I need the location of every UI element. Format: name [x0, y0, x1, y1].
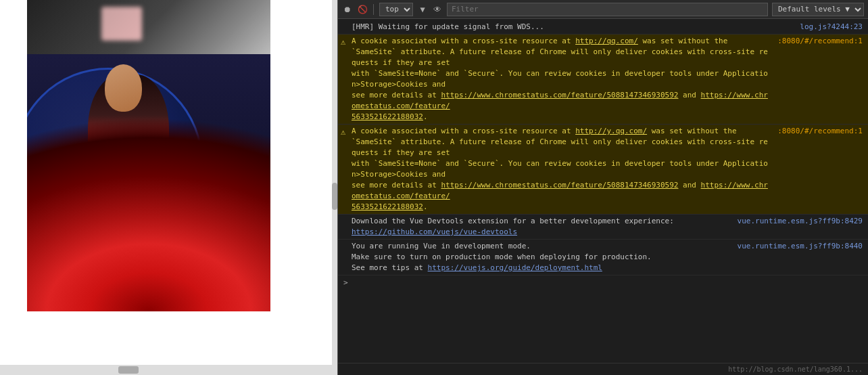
console-entry-vue-devtools: Download the Vue Devtools extension for … — [338, 215, 868, 240]
vue-devtools-text: Download the Vue Devtools extension for … — [352, 216, 732, 238]
hmr-text: [HMR] Waiting for update signal from WDS… — [352, 22, 794, 32]
warning-1-text: A cookie associated with a cross-site re… — [352, 36, 772, 123]
levels-select[interactable]: Default levels ▼ — [772, 3, 864, 16]
top-image-blur — [101, 7, 142, 41]
console-prompt[interactable]: > — [338, 275, 868, 290]
warning-2-link-2[interactable]: https://www.chromestatus.com/feature/508… — [441, 181, 678, 190]
devtools-console-panel: ⏺ 🚫 top ▼ 👁 Default levels ▼ [HMR] Waiti… — [338, 0, 868, 375]
console-entry-hmr: [HMR] Waiting for update signal from WDS… — [338, 20, 868, 35]
bottom-bar: http://blog.csdn.net/lang360.1... — [338, 363, 868, 375]
warning-icon-1: ⚠ — [341, 37, 345, 47]
vue-guide-link[interactable]: https://vuejs.org/guide/deployment.html — [428, 263, 602, 272]
vue-dev-mode-source[interactable]: vue.runtime.esm.js?ff9b:8440 — [738, 241, 863, 252]
warning-2-link-1[interactable]: http://y.qq.com/ — [575, 127, 647, 135]
filter-input[interactable] — [447, 3, 768, 16]
console-output: [HMR] Waiting for update signal from WDS… — [338, 19, 868, 363]
painting — [27, 54, 270, 311]
horizontal-scrollbar-thumb[interactable] — [118, 366, 139, 374]
record-icon[interactable]: ⏺ — [342, 4, 353, 15]
page-content — [0, 0, 337, 365]
vertical-scrollbar[interactable] — [332, 0, 337, 365]
context-select[interactable]: top — [379, 3, 413, 16]
warning-2-text: A cookie associated with a cross-site re… — [352, 126, 772, 213]
warning-icon-2: ⚠ — [341, 127, 345, 137]
warning-1-link-2[interactable]: https://www.chromestatus.com/feature/508… — [441, 91, 678, 100]
prompt-caret: > — [343, 278, 348, 287]
figure-head — [105, 64, 142, 112]
context-dropdown-icon[interactable]: ▼ — [417, 4, 428, 15]
main-image — [27, 54, 270, 311]
vue-dev-mode-text: You are running Vue in development mode.… — [352, 241, 732, 273]
toolbar-separator-1 — [373, 4, 374, 15]
console-entry-warning-1: ⚠ A cookie associated with a cross-site … — [338, 35, 868, 125]
red-dress — [27, 118, 270, 311]
bottom-url: http://blog.csdn.net/lang360.1... — [728, 366, 863, 373]
warning-1-source[interactable]: :8080/#/recommend:1 — [777, 36, 863, 47]
vue-devtools-source[interactable]: vue.runtime.esm.js?ff9b:8429 — [738, 216, 863, 227]
top-image — [27, 0, 270, 54]
clear-console-icon[interactable]: 🚫 — [357, 4, 368, 15]
browser-viewport — [0, 0, 338, 375]
horizontal-scrollbar[interactable] — [0, 365, 337, 375]
scrollbar-thumb[interactable] — [332, 183, 337, 210]
console-entry-warning-2: ⚠ A cookie associated with a cross-site … — [338, 125, 868, 215]
warning-2-source[interactable]: :8080/#/recommend:1 — [777, 126, 863, 137]
hmr-source[interactable]: log.js?4244:23 — [800, 22, 863, 32]
console-entry-vue-dev-mode: You are running Vue in development mode.… — [338, 240, 868, 275]
warning-1-link-1[interactable]: http://qq.com/ — [575, 37, 638, 45]
eye-filter-icon[interactable]: 👁 — [432, 4, 443, 15]
vue-devtools-link[interactable]: https://github.com/vuejs/vue-devtools — [352, 227, 517, 236]
devtools-toolbar: ⏺ 🚫 top ▼ 👁 Default levels ▼ — [338, 0, 868, 19]
